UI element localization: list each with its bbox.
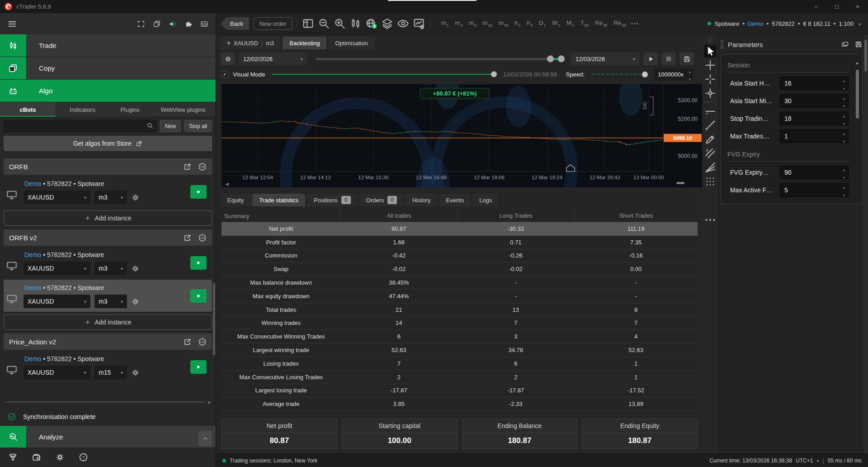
start-bot-button[interactable] [190,360,207,374]
sidebar-item-analyze[interactable]: Analyze [0,426,216,448]
fullscreen-icon[interactable] [137,20,145,28]
table-row[interactable]: Max equity drawdown47.44%-- [222,290,698,303]
draw-tool-gridtool[interactable] [704,175,717,188]
get-algos-store-button[interactable]: Get algos from Store [4,136,212,151]
chevron-down-icon[interactable] [207,398,211,406]
spin-down-icon[interactable] [843,101,845,109]
hamburger-menu-icon[interactable] [7,19,17,29]
start-bot-button[interactable] [190,256,207,270]
table-row[interactable]: Swap-0.02-0.020.00 [222,262,698,276]
bot-instance[interactable]: Demo • 5782822 • SpotwareXAUUSD▾m3▾ [4,247,212,279]
deposit-icon[interactable] [8,453,18,462]
right-edge-scrollbar[interactable] [863,34,868,453]
grip-dots-icon[interactable] [706,37,715,43]
instance-settings-icon[interactable] [131,368,140,377]
bot-instance[interactable]: Demo • 5782822 • SpotwareXAUUSD▾m3▾ [4,176,212,208]
instance-settings-icon[interactable] [131,264,140,273]
timeframe-W1[interactable]: W1 [552,20,560,28]
timeframe-D1[interactable]: D1 [539,20,546,28]
table-row[interactable]: Profit factor1.660.717.35 [222,236,698,249]
help-icon[interactable]: ? [79,453,88,462]
tab-cbots[interactable]: cBots [0,102,56,117]
draw-tool-fib[interactable] [704,161,717,174]
stop-all-button[interactable]: Stop all [184,120,212,132]
timeframe-m1[interactable]: m1 [441,20,449,28]
timeframe-h1[interactable]: h1 [514,20,520,28]
timeframe-m3[interactable]: m3 [455,20,462,28]
draw-tool-crossdash[interactable] [704,73,717,86]
spin-up-icon[interactable] [843,129,845,136]
param-input[interactable]: 90 [780,166,849,179]
draw-tool-cursor[interactable] [704,45,717,57]
backtest-progress-slider[interactable] [272,74,494,75]
collapse-panel-button[interactable] [198,431,212,446]
param-input[interactable]: 30 [780,94,849,108]
save-backtest-button[interactable] [679,52,694,65]
spin-down-icon[interactable] [843,119,845,126]
timeframe-select[interactable]: m3▾ [94,262,127,275]
close-button[interactable]: × [847,0,868,13]
results-tab-events[interactable]: Events [439,194,471,206]
export-bot-icon[interactable] [183,162,192,171]
tab-indicators[interactable]: Indicators [56,102,109,117]
eye-icon[interactable] [396,17,410,30]
table-row[interactable]: Losing trades761 [222,357,698,371]
export-bot-icon[interactable] [183,338,192,346]
param-input[interactable]: 5 [780,183,849,197]
results-tab-equity[interactable]: Equity [221,194,250,206]
draw-tool-trend[interactable] [704,119,717,132]
instance-settings-icon[interactable] [131,297,140,306]
bot-header[interactable]: Price_Action v2C# [4,334,212,350]
spin-up-icon[interactable] [843,94,845,101]
more-tools-icon[interactable] [704,214,717,226]
save-parameters-icon[interactable] [854,40,863,48]
draw-tool-hline[interactable] [704,105,717,118]
layers-icon[interactable] [380,17,394,30]
export-bot-icon[interactable] [183,234,192,242]
language-en-icon[interactable]: EN [200,20,208,28]
spin-down-icon[interactable] [843,191,845,198]
timeframe-select[interactable]: m15▾ [94,366,127,379]
timeframe-Re50[interactable]: Re50 [613,20,626,28]
globe9-icon[interactable]: 9 [364,17,378,30]
timeframe-Re30[interactable]: Re30 [595,20,607,28]
range-handle-start[interactable] [547,56,554,62]
scroll-thumb[interactable] [856,70,859,119]
results-tab-logs[interactable]: Logs [472,194,499,206]
timeframe-m15[interactable]: m15 [483,20,492,28]
instance-settings-icon[interactable] [131,193,140,202]
table-row[interactable]: Commission-0.42-0.26-0.16 [222,249,698,263]
table-row[interactable]: Total trades21138 [222,303,698,317]
add-instance-button[interactable]: Add instance [4,315,212,330]
sound-icon[interactable] [169,20,177,28]
start-bot-button[interactable] [190,185,207,199]
table-row[interactable]: Net profit80.87-30.32111.19 [222,222,698,236]
date-range-slider[interactable] [316,58,563,60]
table-row[interactable]: Largest winning trade52.6334.7852.63 [222,343,698,357]
start-bot-button[interactable] [190,289,207,303]
minimize-button[interactable]: – [806,0,826,13]
param-input[interactable]: 16 [780,76,849,90]
play-backtest-button[interactable] [643,52,658,65]
table-row[interactable]: Max Consecutive Losing Trades221 [222,371,698,384]
draw-tool-crosssquare[interactable] [704,87,717,100]
sidebar-item-algo[interactable]: Algo [0,80,216,102]
draw-tool-crossfree[interactable] [704,59,717,71]
draw-tool-channel[interactable]: E [704,147,717,160]
timeframe-h4[interactable]: h4 [527,20,533,28]
spin-down-icon[interactable] [843,173,845,180]
range-handle-end[interactable] [558,56,565,62]
sidebar-scrollbar[interactable] [213,283,215,355]
progress-handle[interactable] [491,71,497,77]
windows-icon[interactable] [153,20,161,28]
table-row[interactable]: Average trade3.85-2.3313.89 [222,397,698,411]
list-scroll-divider[interactable] [5,398,211,406]
bot-header[interactable]: ORFBC# [4,158,212,175]
spin-down-icon[interactable] [843,84,845,91]
panels-icon[interactable] [301,17,315,30]
backtest-settings-button[interactable] [221,52,235,65]
sidebar-item-trade[interactable]: Trade [0,34,216,57]
plugins-icon[interactable] [184,20,193,28]
sidebar-item-copy[interactable]: Copy [0,57,216,80]
bot-instance[interactable]: Demo • 5782822 • SpotwareXAUUSD▾m3▾ [4,280,212,312]
